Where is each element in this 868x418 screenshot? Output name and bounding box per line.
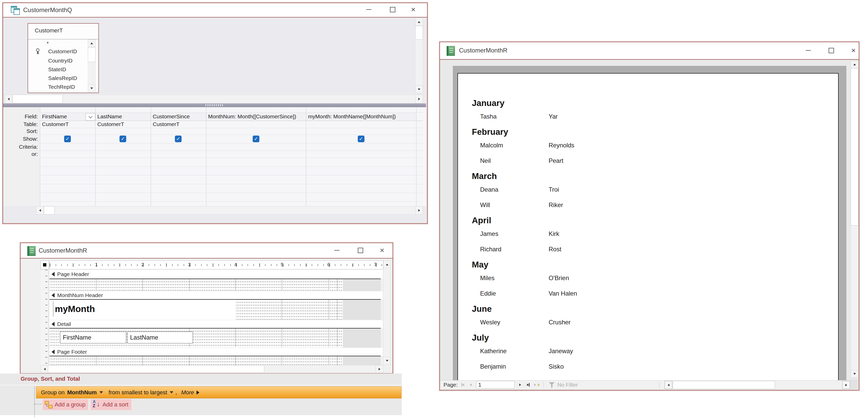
minimize-icon: [366, 9, 371, 10]
design-close-button[interactable]: ×: [377, 245, 387, 255]
grid-table-cell[interactable]: CustomerT: [97, 120, 124, 128]
section-bar-group-header[interactable]: MonthNum Header: [50, 291, 383, 299]
field-item-stateid[interactable]: StateID: [48, 65, 84, 74]
group-on-bar[interactable]: Group on MonthNum from smallest to large…: [36, 386, 402, 398]
field-list-scroll-up[interactable]: [88, 39, 96, 47]
detail-firstname-textbox[interactable]: FirstName: [60, 332, 126, 343]
grid-hscrollbar[interactable]: [36, 206, 423, 214]
more-expand-icon[interactable]: [196, 390, 199, 394]
section-bar-page-header[interactable]: Page Header: [50, 270, 383, 279]
report-first-name: Malcolm: [480, 141, 503, 149]
grid-table-cell[interactable]: CustomerT: [42, 120, 69, 128]
table-pane-scroll-thumb[interactable]: [415, 26, 423, 40]
query-grid: Field: Table: Sort: Show: Criteria: or: …: [3, 107, 426, 206]
show-checkbox[interactable]: ✓: [64, 136, 71, 142]
preview-hscroll-left[interactable]: [664, 381, 672, 389]
report-first-name: James: [480, 230, 498, 238]
add-group-button[interactable]: Add a group: [43, 399, 88, 410]
section-bar-detail[interactable]: Detail: [50, 320, 383, 328]
nav-last-page-button[interactable]: [524, 381, 532, 388]
design-scroll-right[interactable]: [375, 365, 383, 373]
table-pane-scroll-left[interactable]: [5, 95, 12, 103]
query-minimize-button[interactable]: [364, 5, 374, 14]
group-order[interactable]: from smallest to largest: [109, 389, 167, 396]
field-item-customerid[interactable]: CustomerID: [48, 47, 84, 56]
field-item-countryid[interactable]: CountryID: [48, 57, 84, 65]
pane-splitter[interactable]: [3, 103, 426, 107]
ruler-number: 4: [233, 262, 239, 268]
field-item-techrepid[interactable]: TechRepID: [48, 83, 84, 91]
grid-field-cell[interactable]: LastName: [97, 112, 122, 120]
page-number-input[interactable]: 1: [476, 381, 515, 388]
report-last-name: Troi: [549, 186, 559, 194]
design-vscrollbar[interactable]: [383, 268, 391, 357]
sort-arrow-down-icon: ↓: [97, 400, 100, 408]
preview-minimize-button[interactable]: [803, 45, 813, 55]
first-page-icon: [462, 384, 464, 386]
page-nav-label: Page:: [443, 380, 458, 389]
group-more-link[interactable]: More: [181, 389, 194, 396]
field-dropdown-icon[interactable]: [99, 391, 103, 393]
grid-hscroll-thumb[interactable]: [44, 206, 55, 214]
add-sort-button[interactable]: A Z ↓ Add a sort: [91, 399, 131, 410]
report-first-name: Benjamin: [480, 363, 506, 371]
design-scroll-down[interactable]: [383, 357, 391, 364]
design-titlebar[interactable]: CustomerMonthR ×: [21, 243, 393, 258]
show-checkbox[interactable]: ✓: [120, 136, 126, 142]
field-dropdown-button[interactable]: [86, 113, 95, 120]
table-pane-scroll-up[interactable]: [415, 18, 423, 26]
nav-next-page-button[interactable]: [517, 381, 523, 388]
design-scroll-up[interactable]: [383, 260, 391, 268]
preview-scroll-up[interactable]: [851, 61, 858, 68]
section-bar-page-footer[interactable]: Page Footer: [50, 348, 383, 356]
report-last-name: Rost: [549, 245, 561, 253]
minimize-icon: [334, 250, 339, 250]
show-checkbox[interactable]: ✓: [175, 136, 182, 142]
preview-hscroll-right[interactable]: [842, 381, 850, 389]
table-pane-scroll-down[interactable]: [415, 85, 423, 93]
preview-hscroll-thumb[interactable]: [673, 381, 775, 389]
group-on-field[interactable]: MonthNum: [67, 389, 97, 396]
grid-field-cell[interactable]: FirstName: [42, 112, 67, 120]
page-header-band[interactable]: [50, 279, 343, 291]
preview-scroll-down[interactable]: [851, 370, 858, 378]
query-maximize-button[interactable]: [388, 5, 398, 14]
show-checkbox[interactable]: ✓: [253, 136, 259, 142]
detail-lastname-textbox[interactable]: LastName: [127, 332, 193, 343]
grid-field-cell[interactable]: MonthNum: Month([CustomerSince]): [208, 112, 296, 120]
table-pane-hscroll-thumb[interactable]: [12, 95, 63, 103]
design-scroll-left[interactable]: [41, 365, 49, 373]
design-minimize-button[interactable]: [332, 245, 342, 255]
preview-titlebar[interactable]: CustomerMonthR ×: [440, 42, 859, 60]
field-list-scroll-down[interactable]: [88, 84, 96, 92]
preview-vscroll-thumb[interactable]: [851, 68, 858, 225]
table-pane-hscrollbar[interactable]: [5, 95, 423, 103]
group-header-textbox[interactable]: myMonth: [53, 301, 95, 317]
order-dropdown-icon[interactable]: [170, 391, 173, 393]
nav-prev-page-button[interactable]: [467, 381, 474, 388]
table-pane-scroll-right[interactable]: [415, 95, 423, 103]
query-titlebar[interactable]: CustomerMonthQ ×: [3, 3, 427, 18]
field-list-scroll-thumb[interactable]: [88, 47, 96, 62]
preview-close-button[interactable]: ×: [848, 45, 859, 55]
grid-table-cell[interactable]: CustomerT: [153, 120, 180, 128]
report-icon: [27, 246, 35, 256]
design-maximize-button[interactable]: [355, 245, 366, 255]
page-footer-band[interactable]: [50, 356, 343, 366]
group-header-band-dots[interactable]: [236, 299, 343, 320]
field-item-salesrepid[interactable]: SalesRepID: [48, 74, 84, 82]
grid-scroll-left[interactable]: [36, 206, 44, 214]
design-hscroll-thumb[interactable]: [48, 365, 264, 373]
preview-maximize-button[interactable]: [826, 45, 836, 55]
grid-field-cell[interactable]: CustomerSince: [153, 112, 190, 120]
nav-new-page-button[interactable]: ✳: [533, 381, 541, 388]
grid-scroll-right[interactable]: [415, 206, 423, 214]
maximize-icon: [390, 7, 395, 12]
no-filter-button[interactable]: × No Filter: [548, 381, 596, 388]
field-item-star[interactable]: *: [46, 40, 83, 47]
query-close-button[interactable]: ×: [408, 5, 418, 14]
grid-field-cell[interactable]: myMonth: MonthName([MonthNum]): [308, 112, 396, 120]
nav-first-page-button[interactable]: [459, 381, 467, 388]
show-checkbox[interactable]: ✓: [358, 136, 365, 142]
report-selector-box[interactable]: [41, 260, 49, 269]
